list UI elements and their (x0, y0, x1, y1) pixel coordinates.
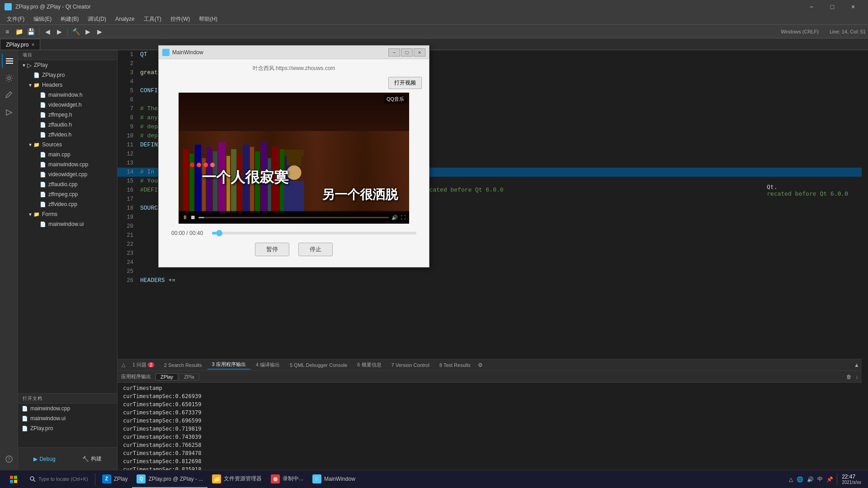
tree-item-zffvideo-cpp[interactable]: 📄 zffvideo.cpp (18, 199, 117, 209)
toolbar-debug-run[interactable]: ▶ (94, 27, 104, 37)
taskbar-record[interactable]: ⏺ 录制中... (266, 471, 308, 488)
output-subtab-zplay2[interactable]: ZPla (179, 373, 199, 380)
tree-item-sources[interactable]: ▼ 📁 Sources (18, 140, 117, 150)
menu-file[interactable]: 文件(F) (2, 14, 29, 24)
tree-item-forms[interactable]: ▼ 📁 Forms (18, 209, 117, 219)
taskbar-qtcreator[interactable]: Q ZPlay.pro @ ZPlay - ... (132, 471, 208, 488)
output-tab-qml[interactable]: 5 QML Debugger Console (285, 361, 352, 369)
dialog-open-video-btn[interactable]: 打开视频 (388, 77, 422, 89)
toolbar-save[interactable]: 💾 (26, 27, 36, 37)
svg-rect-7 (10, 476, 13, 479)
progress-slider[interactable] (212, 232, 416, 235)
dialog-minimize-btn[interactable]: − (388, 48, 400, 56)
menu-edit[interactable]: 编辑(E) (29, 14, 56, 24)
menu-build[interactable]: 构建(B) (56, 14, 83, 24)
output-tab-search[interactable]: 2 Search Results (160, 361, 207, 369)
close-button[interactable]: × (843, 0, 863, 14)
tree-label-main-cpp: main.cpp (48, 151, 71, 158)
tray-arrow-icon[interactable]: △ (789, 476, 793, 483)
output-tab-compile[interactable]: 4 编译输出 (251, 361, 284, 369)
tree-item-zffaudio-h[interactable]: 📄 zffaudio.h (18, 120, 117, 130)
tab-zplay-pro[interactable]: ZPlay.pro × (0, 39, 40, 50)
toolbar-new[interactable]: ≡ (2, 27, 12, 37)
tree-item-videowidget-h[interactable]: 📄 videowidget.h (18, 100, 117, 110)
tree-item-zffaudio-cpp[interactable]: 📄 zffaudio.cpp (18, 179, 117, 189)
sidebar-icon-edit[interactable] (2, 88, 16, 103)
pause-button[interactable]: 暂停 (255, 243, 289, 256)
output-panel-collapse[interactable]: ▲ (854, 362, 859, 368)
output-tab-vcs[interactable]: 7 Version Control (387, 361, 434, 369)
output-subtab-zplay[interactable]: ZPlay (156, 373, 178, 380)
open-documents-panel: 打开文档 📄 mainwindow.cpp 📄 mainwindow.ui 📄 … (18, 393, 117, 447)
output-tab-triangle[interactable]: △ (120, 361, 127, 369)
taskbar-search[interactable]: Type to locate (Ctrl+K) (25, 471, 93, 488)
toolbar-build[interactable]: 🔨 (71, 27, 81, 37)
output-line-10: curTimestampSec:0.812698 (123, 458, 856, 466)
sidebar-icon-help[interactable]: ? (2, 452, 16, 466)
dialog-maximize-btn[interactable]: □ (401, 48, 413, 56)
svg-marker-4 (6, 110, 12, 115)
tree-item-zplay-pro[interactable]: 📄 ZPlay.pro (18, 70, 117, 80)
tree-item-headers[interactable]: ▼ 📁 Headers (18, 80, 117, 90)
sidebar-icon-settings[interactable] (2, 71, 16, 85)
taskbar-explorer[interactable]: 📁 文件资源管理器 (208, 471, 266, 488)
sidebar-icons: ? (0, 50, 18, 470)
tree-item-main-cpp[interactable]: 📄 main.cpp (18, 150, 117, 160)
tray-input-icon[interactable]: 中 (817, 475, 823, 483)
progress-thumb[interactable] (216, 230, 222, 236)
toolbar-open[interactable]: 📁 (14, 27, 24, 37)
sidebar-icon-project[interactable] (2, 54, 16, 68)
open-doc-zplay-pro[interactable]: 📄 ZPlay.pro (18, 423, 117, 433)
toolbar-run[interactable]: ▶ (83, 27, 93, 37)
video-fullscreen-icon[interactable]: ⛶ (401, 215, 406, 220)
maximize-button[interactable]: □ (822, 0, 843, 14)
stop-button[interactable]: 停止 (298, 243, 333, 256)
menu-help[interactable]: 帮助(H) (194, 14, 222, 24)
tray-pin-icon[interactable]: 📌 (826, 476, 833, 483)
output-tab-settings-icon[interactable]: ⚙ (478, 362, 483, 368)
tab-zplay-pro-label: ZPlay.pro (6, 42, 28, 48)
sidebar-bottom-debug[interactable]: ▶ Debug (33, 456, 55, 462)
tree-item-mainwindow-cpp[interactable]: 📄 mainwindow.cpp (18, 160, 117, 169)
dialog-title-bar: MainWindow − □ × (159, 46, 429, 59)
open-doc-mainwindow-ui[interactable]: 📄 mainwindow.ui (18, 413, 117, 423)
tree-item-zffmpeg-h[interactable]: 📄 zffmpeg.h (18, 110, 117, 120)
play-pause-icon[interactable]: ⏸ (182, 214, 188, 221)
sidebar-icon-build[interactable] (2, 105, 16, 120)
tree-item-mainwindow-h[interactable]: 📄 mainwindow.h (18, 90, 117, 100)
tree-item-mainwindow-ui[interactable]: 📄 mainwindow.ui (18, 219, 117, 229)
menu-debug[interactable]: 调试(D) (83, 14, 111, 24)
menu-analyze[interactable]: Analyze (111, 15, 139, 23)
dialog-close-btn[interactable]: × (414, 48, 425, 56)
minimize-button[interactable]: − (801, 0, 822, 14)
output-tab-issues[interactable]: 1 问题 2 (128, 361, 159, 369)
toolbar-forward[interactable]: ▶ (54, 27, 64, 37)
video-progress-bar[interactable] (198, 217, 389, 218)
output-scroll-icon[interactable]: ↓ (855, 374, 858, 380)
menu-tools[interactable]: 工具(T) (139, 14, 166, 24)
menu-controls[interactable]: 控件(W) (166, 14, 194, 24)
tray-network-icon[interactable]: 🌐 (797, 476, 803, 483)
taskbar-mainwindow[interactable]: □ MainWindow (308, 471, 360, 488)
tree-item-zffmpeg-cpp[interactable]: 📄 zffmpeg.cpp (18, 189, 117, 199)
output-tab-test[interactable]: 8 Test Results (435, 361, 475, 369)
svg-rect-2 (6, 63, 13, 64)
video-volume-icon[interactable]: 🔊 (392, 215, 398, 221)
sidebar-bottom-build[interactable]: 🔨 构建 (82, 455, 102, 463)
start-button[interactable] (2, 470, 25, 488)
tree-item-zplay-root[interactable]: ▼ ▷ ZPlay (18, 60, 117, 70)
tray-volume-icon[interactable]: 🔊 (807, 476, 814, 483)
stop-icon[interactable]: ⏹ (190, 214, 196, 221)
tree-item-zffvideo-h[interactable]: 📄 zffvideo.h (18, 130, 117, 140)
tree-item-videowidget-cpp[interactable]: 📄 videowidget.cpp (18, 169, 117, 179)
output-tab-app-output[interactable]: 3 应用程序输出 (208, 360, 250, 370)
open-doc-mainwindow-cpp[interactable]: 📄 mainwindow.cpp (18, 404, 117, 413)
clock[interactable]: 22:47 2021/x/xx (837, 474, 861, 485)
dialog-body: 叶念西风 https://www.zhouws.com 打开视频 (159, 59, 429, 267)
toolbar-back[interactable]: ◀ (42, 27, 52, 37)
output-clear-icon[interactable]: 🗑 (846, 374, 852, 380)
svg-rect-8 (14, 476, 17, 479)
output-tab-summary[interactable]: 6 概要信息 (353, 361, 386, 369)
taskbar-zplay[interactable]: Z ZPlay (98, 471, 132, 488)
tab-close-icon[interactable]: × (31, 42, 34, 48)
